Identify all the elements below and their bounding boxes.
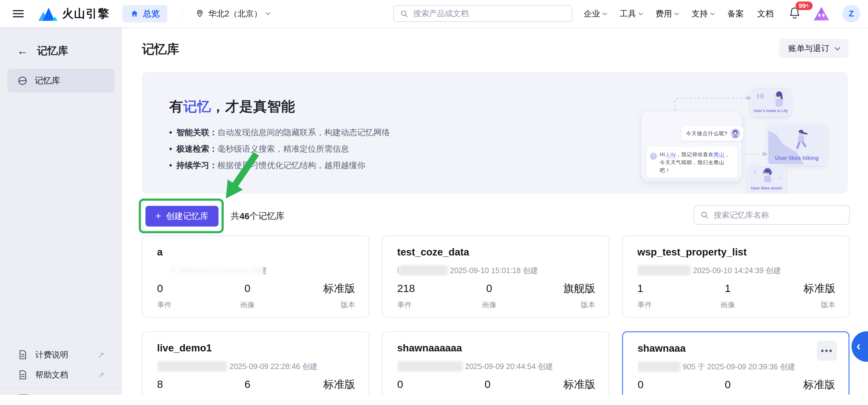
top-bar: 火山引擎 总览 华北2（北京） 企业工具费用支持备案文档 (0, 0, 868, 27)
memory-bank-name: test_coze_data (397, 247, 469, 258)
music-caption: User likes music (749, 186, 784, 190)
redacted-creator (157, 361, 227, 372)
answer-bubble: Hi,Lily，我记得你喜欢爬山，今天天气晴朗，我们去爬山吧！ (646, 147, 738, 178)
volcano-logo-icon (38, 5, 58, 23)
redaction-overlay (157, 264, 264, 277)
top-menu-item[interactable]: 备案 (727, 8, 744, 19)
profiles-value: 0 (482, 282, 496, 295)
memory-bank-icon (18, 76, 27, 86)
hamburger-menu-icon[interactable] (13, 8, 24, 19)
memory-bank-search-input[interactable] (714, 210, 843, 220)
memory-bank-created: 于 2025-09-10 16:23:42 创建 (157, 264, 332, 277)
music-note-icon: ♪ (778, 175, 781, 180)
profiles-value: 0 (720, 378, 735, 391)
sidebar-header: ← 记忆库 (17, 44, 121, 58)
version-value: 标准版 (803, 378, 835, 391)
banner-bullet: 极速检索：毫秒级语义搜索，精准定位所需信息 (169, 143, 390, 155)
memory-bank-created: 2025-09-09 20:44:54 创建 (397, 360, 572, 373)
chevron-left-icon: ‹ (857, 339, 860, 353)
document-icon (18, 370, 27, 380)
sidebar-item-memory-bank[interactable]: 记忆库 (7, 69, 115, 93)
sidebar-footer-links: 计费说明 ↗ 帮助文档 ↗ (0, 345, 121, 385)
chevron-down-icon (602, 11, 607, 15)
top-menu-item[interactable]: 支持 (691, 8, 714, 19)
version-label: 版本 (323, 300, 355, 310)
memory-card-lily: Hi User's name is Lily (751, 87, 790, 116)
top-menu-item[interactable]: 工具 (620, 8, 642, 19)
redacted-creator (638, 361, 680, 372)
top-menu-item[interactable]: 费用 (656, 8, 678, 19)
billing-unsubscribe-button[interactable]: 账单与退订 (779, 39, 848, 58)
memory-bank-count: 共46个记忆库 (231, 206, 285, 227)
profiles-value: 0 (480, 378, 495, 391)
more-menu-button[interactable]: ••• (817, 341, 837, 361)
search-icon (400, 9, 408, 18)
ai-assistant-icon[interactable] (814, 7, 829, 21)
banner-bullet: 持续学习：根据使用习惯优化记忆结构，越用越懂你 (169, 159, 390, 172)
profiles-label: 画像 (240, 300, 255, 310)
chevron-down-icon (710, 11, 715, 15)
profiles-value: 1 (720, 282, 735, 295)
profiles-value: 6 (240, 378, 255, 391)
promo-banner: 有记忆，才是真智能 智能关联：自动发现信息间的隐藏联系，构建动态记忆网络极速检索… (142, 72, 848, 194)
region-label: 华北2（北京） (208, 8, 262, 19)
events-label: 事件 (637, 300, 652, 310)
memory-bank-card[interactable]: a ••• 于 2025-09-10 16:23:42 创建 0事件 0画像 标… (142, 235, 369, 318)
sidebar-link-billing[interactable]: 计费说明 ↗ (0, 345, 121, 365)
banner-title: 有记忆，才是真智能 (169, 97, 295, 116)
back-arrow-icon[interactable]: ← (17, 46, 28, 56)
memory-bank-name: wsp_test_property_list (637, 247, 747, 258)
main-content: 记忆库 账单与退订 有记忆，才是真智能 智能关联：自动发现信息间的隐藏联系，构建… (122, 27, 868, 405)
memory-bank-search[interactable] (693, 205, 850, 225)
memory-card-music: ♫ ♪ User likes music (748, 164, 785, 193)
memory-bank-card[interactable]: live_demo1 ••• 2025-09-09 22:28:46 创建 8事… (142, 331, 369, 405)
external-link-icon: ↗ (97, 370, 104, 380)
memory-bank-name: a (157, 247, 162, 258)
global-search[interactable] (393, 5, 572, 22)
chevron-down-icon (835, 45, 840, 50)
redacted-creator (397, 361, 463, 372)
tab-overview[interactable]: 总览 (122, 5, 167, 23)
memory-bank-created: 905 于 2025-09-09 20:39:36 创建 (638, 360, 812, 373)
memory-bank-card[interactable]: shawnaaaaaa ••• 2025-09-09 20:44:54 创建 0… (382, 331, 609, 405)
chat-illustration-panel: 今天做点什么呢? Hi,Lily，我记得你喜欢爬山，今天天气晴朗，我们去爬山吧！ (641, 111, 742, 181)
memory-bank-card[interactable]: test_coze_data ••• l2025-09-10 15:01:18 … (382, 235, 609, 318)
chevron-down-icon (639, 11, 643, 15)
document-icon (18, 350, 27, 359)
region-selector[interactable]: 华北2（北京） (196, 8, 270, 19)
redacted-creator (399, 265, 448, 276)
plus-icon: + (156, 211, 161, 221)
girl-waving-illustration (771, 90, 786, 108)
top-menu-item[interactable]: 文档 (757, 8, 774, 19)
answer-text: Hi,Lily，我记得你喜欢爬山，今天天气晴朗，我们去爬山吧！ (660, 150, 734, 174)
sidebar: ← 记忆库 记忆库 计费说明 ↗ (0, 27, 122, 405)
events-value: 0 (397, 378, 412, 391)
memory-bank-name: shawnaaa (638, 343, 686, 354)
events-label: 事件 (397, 300, 415, 310)
profiles-label: 画像 (482, 300, 496, 310)
top-menu: 企业工具费用支持备案文档 99+ ✦ Z (584, 0, 860, 27)
external-link-icon: ↗ (97, 350, 104, 360)
memory-bank-card[interactable]: shawnaaa ••• 905 于 2025-09-09 20:39:36 创… (622, 331, 849, 405)
banner-bullets: 智能关联：自动发现信息间的隐藏联系，构建动态记忆网络极速检索：毫秒级语义搜索，精… (169, 126, 390, 175)
sidebar-link-help[interactable]: 帮助文档 ↗ (0, 365, 121, 385)
global-search-input[interactable] (413, 9, 565, 18)
brand-logo[interactable]: 火山引擎 (38, 5, 110, 23)
notifications-button[interactable]: 99+ ✦ (789, 7, 800, 21)
create-memory-bank-button[interactable]: + 创建记忆库 (146, 206, 219, 227)
page-title: 记忆库 (142, 41, 179, 58)
user-avatar[interactable]: Z (842, 5, 860, 23)
sparkle-icon: ✦ (806, 3, 811, 10)
lily-caption: User's name is Lily (752, 109, 789, 113)
memory-bank-card[interactable]: wsp_test_property_list ••• 2025-09-10 14… (622, 235, 849, 318)
help-link-label: 帮助文档 (35, 369, 68, 380)
divider (0, 401, 868, 401)
brand-name: 火山引擎 (62, 6, 110, 21)
memory-bank-created: 2025-09-10 14:24:39 创建 (637, 264, 812, 277)
top-menu-item[interactable]: 企业 (584, 8, 606, 19)
memory-bank-name: live_demo1 (157, 342, 212, 354)
memory-bank-created: l2025-09-10 15:01:18 创建 (397, 264, 572, 277)
bottom-strip (0, 395, 868, 405)
girl-headphones-illustration (760, 167, 775, 184)
events-value: 8 (157, 378, 172, 391)
